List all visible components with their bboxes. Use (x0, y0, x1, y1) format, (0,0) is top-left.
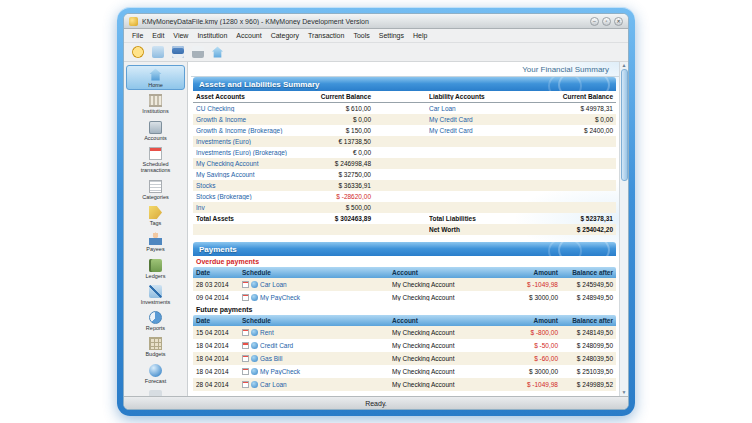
column-header: Balance after (558, 269, 613, 276)
sidebar-item-forecast[interactable]: Forecast (126, 361, 185, 386)
menu-category[interactable]: Category (267, 31, 303, 40)
asset-account-link[interactable]: CU Checking (196, 105, 234, 112)
investments-icon (149, 285, 162, 298)
home-button[interactable] (210, 45, 225, 60)
asset-account-link[interactable]: My Savings Account (196, 171, 255, 178)
asset-balance: $ 246998,48 (311, 160, 371, 167)
sidebar-item-budgets[interactable]: Budgets (126, 334, 185, 359)
liability-balance: $ 0,00 (521, 116, 613, 123)
close-button[interactable]: ✕ (614, 17, 623, 26)
total-assets-label: Total Assets (196, 215, 311, 222)
sidebar-item-institutions[interactable]: Institutions (126, 91, 185, 116)
column-header: Liability Accounts (429, 93, 521, 100)
schedule-link[interactable]: Car Loan (260, 381, 287, 388)
payment-balance: $ 248949,50 (558, 294, 613, 301)
print-button[interactable] (190, 45, 205, 60)
menu-settings[interactable]: Settings (375, 31, 408, 40)
sidebar-item-ledgers[interactable]: Ledgers (126, 256, 185, 281)
sidebar-item-scheduled-transactions[interactable]: Scheduled transactions (126, 144, 185, 176)
schedule-type-icon (242, 342, 249, 349)
payees-icon (149, 232, 162, 245)
asset-balance: $ 500,00 (311, 204, 371, 211)
sidebar-item-outbox[interactable]: Outbox (126, 387, 185, 396)
sidebar-item-investments[interactable]: Investments (126, 282, 185, 307)
sidebar-item-tags[interactable]: Tags (126, 203, 185, 228)
payment-balance: $ 248099,50 (558, 342, 613, 349)
menu-help[interactable]: Help (409, 31, 431, 40)
sidebar: Home Institutions Accounts Scheduled tra… (124, 62, 188, 396)
sidebar-item-home[interactable]: Home (126, 65, 185, 90)
schedule-link[interactable]: My PayCheck (260, 368, 300, 375)
schedule-link[interactable]: My PayCheck (260, 294, 300, 301)
menu-transaction[interactable]: Transaction (304, 31, 348, 40)
scroll-down-icon[interactable]: ▼ (622, 390, 627, 395)
enter-schedule-icon[interactable] (251, 355, 258, 362)
menu-edit[interactable]: Edit (148, 31, 168, 40)
vertical-scrollbar[interactable]: ▲ ▼ (619, 62, 628, 396)
asset-account-link[interactable]: Stocks (196, 182, 216, 189)
liability-account-link[interactable]: My Credit Card (429, 116, 473, 123)
chart-icon (152, 46, 164, 58)
payment-row: 18 04 2014 My PayCheck My Checking Accou… (193, 365, 616, 378)
liability-balance: $ 2400,00 (521, 127, 613, 134)
asset-balance: $ 150,00 (311, 127, 371, 134)
chart-button[interactable] (150, 45, 165, 60)
liability-account-link[interactable]: My Credit Card (429, 127, 473, 134)
home-icon (149, 68, 162, 81)
new-button[interactable] (130, 45, 145, 60)
schedule-link[interactable]: Credit Card (260, 342, 293, 349)
menu-view[interactable]: View (169, 31, 192, 40)
net-worth-label: Net Worth (429, 226, 521, 233)
sidebar-item-reports[interactable]: Reports (126, 308, 185, 333)
net-worth-value: $ 254042,20 (521, 226, 613, 233)
column-header: Schedule (242, 317, 392, 324)
payment-amount: $ -50,00 (498, 342, 558, 349)
scroll-up-icon[interactable]: ▲ (622, 63, 627, 68)
minimize-button[interactable]: – (590, 17, 599, 26)
title-bar[interactable]: KMyMoneyDataFile.kmy (1280 x 960) - KMyM… (124, 14, 628, 29)
schedule-link[interactable]: Rent (260, 329, 274, 336)
asset-account-link[interactable]: Growth & Income (196, 116, 246, 123)
payment-row: 28 04 2014 Car Loan My Checking Account … (193, 378, 616, 391)
asset-account-link[interactable]: Stocks (Brokerage) (196, 193, 252, 200)
asset-account-link[interactable]: Investments (Euro) (196, 138, 251, 145)
schedule-type-icon (242, 281, 249, 288)
sidebar-item-payees[interactable]: Payees (126, 229, 185, 254)
maximize-button[interactable]: ▫ (602, 17, 611, 26)
sidebar-item-label: Investments (141, 299, 171, 305)
menu-institution[interactable]: Institution (193, 31, 231, 40)
menu-bar: File Edit View Institution Account Categ… (124, 29, 628, 43)
table-row: My Checking Account $ 246998,48 (193, 158, 616, 169)
payment-balance: $ 249989,52 (558, 381, 613, 388)
menu-file[interactable]: File (128, 31, 147, 40)
net-worth-row: Net Worth $ 254042,20 (193, 224, 616, 235)
enter-schedule-icon[interactable] (251, 329, 258, 336)
menu-account[interactable]: Account (232, 31, 265, 40)
asset-account-link[interactable]: Investments (Euro) (Brokerage) (196, 149, 287, 156)
enter-schedule-icon[interactable] (251, 342, 258, 349)
window-buttons: – ▫ ✕ (590, 17, 623, 26)
menu-tools[interactable]: Tools (349, 31, 373, 40)
asset-balance: € 0,00 (311, 149, 371, 156)
asset-account-link[interactable]: My Checking Account (196, 160, 259, 167)
scrollbar-thumb[interactable] (621, 69, 628, 181)
enter-schedule-icon[interactable] (251, 381, 258, 388)
schedule-link[interactable]: Car Loan (260, 281, 287, 288)
asset-account-link[interactable]: Inv (196, 204, 205, 211)
sidebar-item-categories[interactable]: Categories (126, 177, 185, 202)
schedule-link[interactable]: Gas Bill (260, 355, 282, 362)
asset-account-link[interactable]: Growth & Income (Brokerage) (196, 127, 282, 134)
payment-account: My Checking Account (392, 281, 498, 288)
enter-schedule-icon[interactable] (251, 368, 258, 375)
sidebar-item-accounts[interactable]: Accounts (126, 118, 185, 143)
assets-table-header: Asset Accounts Current Balance Liability… (193, 91, 616, 103)
table-row: My Savings Account $ 32750,00 (193, 169, 616, 180)
save-button[interactable] (170, 45, 185, 60)
payments-header: Payments (193, 242, 616, 256)
sidebar-item-label: Categories (142, 194, 169, 200)
enter-schedule-icon[interactable] (251, 281, 258, 288)
enter-schedule-icon[interactable] (251, 294, 258, 301)
payment-row: 18 04 2014 Gas Bill My Checking Account … (193, 352, 616, 365)
total-assets-value: $ 302463,89 (311, 215, 371, 222)
liability-account-link[interactable]: Car Loan (429, 105, 456, 112)
